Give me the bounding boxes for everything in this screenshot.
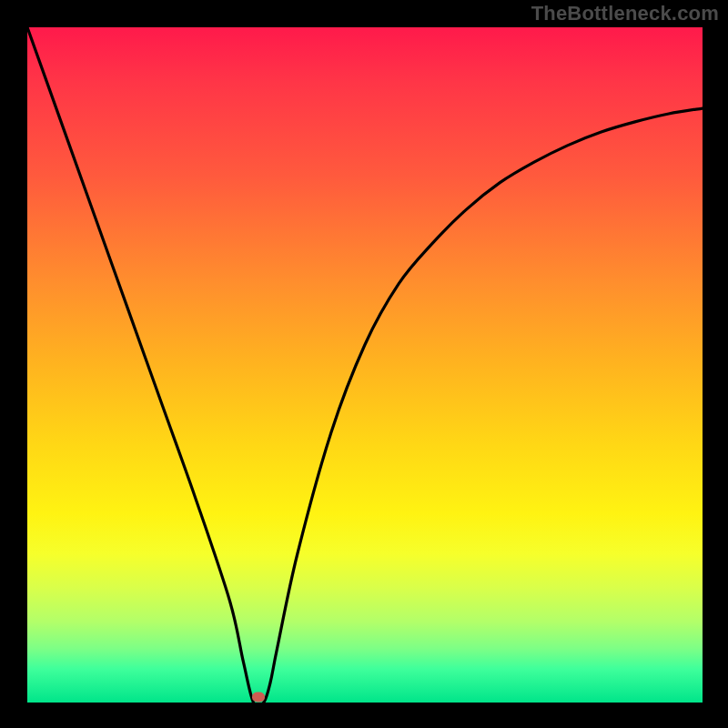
minimum-marker [252, 693, 265, 703]
plot-outer [27, 27, 703, 703]
bottleneck-curve [27, 27, 703, 703]
chart-frame: TheBottleneck.com [0, 0, 728, 728]
curve-path [27, 27, 703, 703]
watermark-text: TheBottleneck.com [531, 2, 719, 25]
